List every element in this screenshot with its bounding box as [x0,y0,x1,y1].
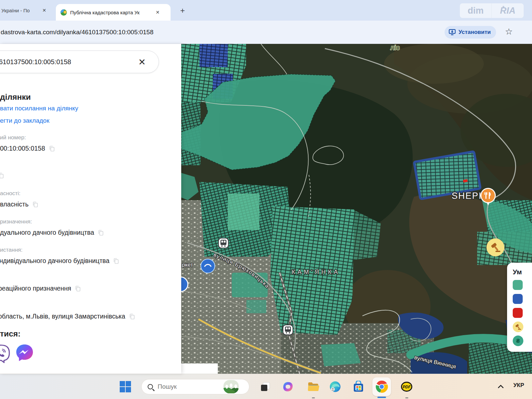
copy-icon[interactable] [129,313,135,320]
railway-station-marker[interactable] [218,238,228,248]
task-view-icon [260,381,271,392]
map-corner-panel [181,363,218,374]
search-input[interactable] [0,51,159,73]
file-explorer-icon [307,381,319,393]
tab-active[interactable]: Публічна кадастрова карта Ук ✕ [56,4,171,21]
install-icon [449,29,456,36]
field-label: истання: [0,247,23,253]
viber-icon[interactable] [0,344,11,363]
copy-icon[interactable] [97,229,104,236]
field-label: асності: [0,190,21,197]
copy-icon[interactable] [0,172,4,179]
forest-label: ліс [390,44,399,51]
taskbar: PDF УКР [0,374,532,399]
watermark: dim ✶RIA [460,3,524,18]
tab-close-icon[interactable]: ✕ [154,9,161,16]
search-daily-image[interactable] [223,380,239,393]
browser-urlbar[interactable]: dastrova-karta.com/dilyanka/4610137500:1… [0,21,532,44]
browser-tabstrip: України - По ✕ Публічна кадастрова карта… [0,0,532,21]
ms-store-icon [352,381,364,393]
clear-search-icon[interactable]: ✕ [136,56,148,68]
legend-item-auction [513,322,532,332]
railway-station-marker[interactable] [283,325,293,335]
tray-chevron-icon[interactable] [497,383,505,391]
install-button[interactable]: Установити [445,26,496,39]
running-indicator [312,397,315,398]
red-swatch [513,308,523,318]
satellite-map[interactable]: ліс SHEPIT КАМ'ЯНКА вулиця Брюховицька в… [181,44,532,374]
poi-marker-blue[interactable] [201,259,215,273]
field-value-row: власність [0,200,39,208]
search-icon [148,384,153,389]
field-value-row: 00:10:005:0158 [0,145,55,152]
legend-item-price: ₴ [513,335,532,346]
file-explorer-button[interactable] [307,380,320,393]
field-value-row: реаційного призначення [0,285,81,292]
bookmark-link[interactable]: егти до закладок [0,117,49,124]
svg-text:PDF: PDF [403,385,411,389]
blue-swatch [513,294,523,304]
chrome-button[interactable] [372,377,391,396]
taskbar-search[interactable] [141,379,249,394]
tab-close-icon[interactable]: ✕ [41,7,48,14]
task-view-button[interactable] [259,380,272,393]
field-value-row: індивідуального дачного будівництва [0,257,119,265]
contact-heading: тися: [0,329,21,338]
copy-icon[interactable] [74,285,81,292]
active-indicator [377,397,386,398]
legend-item-green [513,280,532,290]
new-tab-button[interactable]: + [177,5,188,16]
tab-inactive[interactable]: України - По ✕ [0,0,48,21]
site-favicon-icon [61,9,67,16]
tab-title: України - По [1,8,41,13]
district-label: КАМ'ЯНКА [292,269,340,275]
tab-title: Публічна кадастрова карта Ук [70,10,154,15]
page-content: ✕ ділянки вати посилання на ділянку егти… [0,44,532,374]
copy-icon[interactable] [113,258,119,264]
section-heading: ділянки [0,92,31,102]
copy-icon[interactable] [32,201,39,208]
screen: України - По ✕ Публічна кадастрова карта… [0,0,532,399]
field-value-row: дуального дачного будівництва [0,229,104,236]
legend-title: Ум [513,268,532,276]
pdf-app-button[interactable]: PDF [400,380,413,393]
star-icon: ✶ [502,5,505,9]
parcel-district-blue[interactable] [200,44,228,67]
parcel-sidebar: ✕ ділянки вати посилання на ділянку егти… [0,44,181,374]
watermark-dim: dim [460,3,492,18]
edge-button[interactable] [329,380,342,393]
field-label: ризначення: [0,218,32,225]
svg-text:₴: ₴ [516,338,520,344]
cadastral-search[interactable]: ✕ [0,51,159,73]
copy-parcel-link[interactable]: вати посилання на ділянку [0,105,78,112]
field-value-row: область, м.Львів, вулиця Замарстинівська [0,313,135,320]
auction-marker[interactable] [486,238,504,256]
ms-store-button[interactable] [352,380,365,393]
copy-icon[interactable] [49,145,55,152]
bookmark-star-icon[interactable]: ☆ [505,27,513,37]
green-swatch [513,280,523,290]
windows-logo-icon [120,381,131,392]
copilot-button[interactable] [281,380,295,393]
map-legend: Ум ₴ [507,263,532,352]
taskbar-search-input[interactable] [157,383,223,391]
url-text[interactable]: dastrova-karta.com/dilyanka/4610137500:1… [1,21,154,44]
field-value-row [0,172,4,179]
map-canvas[interactable]: ліс SHEPIT КАМ'ЯНКА вулиця Брюховицька в… [181,44,532,374]
running-indicator [405,397,408,398]
watermark-ria: ✶RIA [492,3,524,18]
chrome-icon [375,380,388,393]
legend-item-blue [513,294,532,304]
edge-icon [329,381,341,393]
field-label: ий номер: [0,134,26,141]
copilot-icon [282,381,294,393]
language-indicator[interactable]: УКР [513,382,524,389]
legend-item-red [513,308,532,318]
start-button[interactable] [119,380,132,393]
messenger-icon[interactable] [15,343,35,363]
pdf-app-icon: PDF [401,381,413,392]
market-label: ркет [182,262,193,268]
